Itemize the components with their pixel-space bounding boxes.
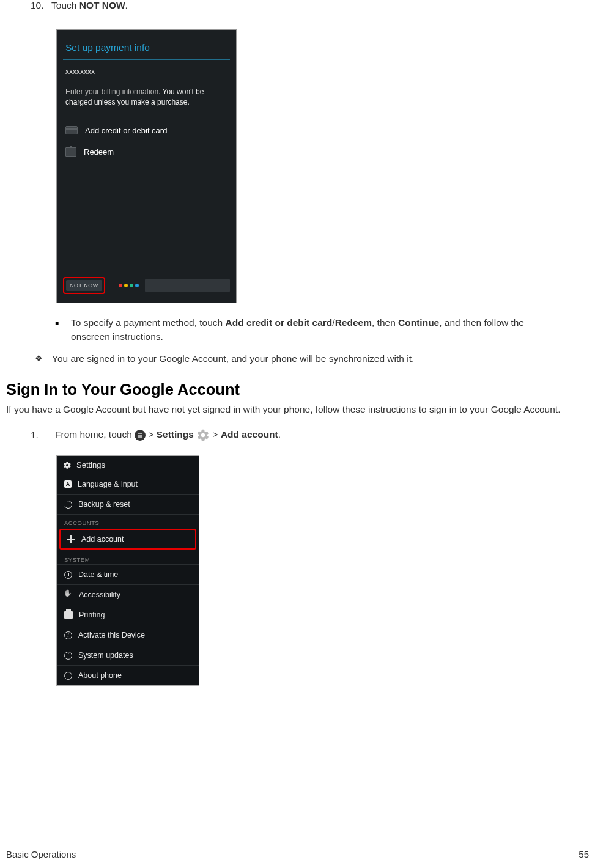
row-printing: Printing: [57, 605, 199, 625]
page-footer: Basic Operations 55: [6, 849, 589, 859]
row-add-account: Add account: [61, 530, 195, 548]
sub-bullet: ■ To specify a payment method, touch Add…: [55, 315, 589, 344]
not-now-highlight: NOT NOW: [63, 277, 105, 294]
card-icon: [65, 126, 78, 134]
step-10: 10. Touch NOT NOW.: [31, 0, 589, 11]
info-icon: [64, 652, 72, 660]
add-account-highlight: Add account: [59, 529, 196, 550]
intro-paragraph: If you have a Google Account but have no…: [6, 402, 589, 416]
section-accounts: ACCOUNTS: [57, 514, 199, 528]
step-1: 1. From home, touch > Settings > Add acc…: [31, 428, 589, 442]
plus-icon: [67, 535, 75, 543]
option-redeem: Redeem: [57, 141, 236, 163]
screenshot-title: Set up payment info: [57, 41, 236, 59]
result-text: You are signed in to your Google Account…: [52, 351, 414, 366]
row-backup-reset: Backup & reset: [57, 494, 199, 514]
settings-gear-icon: [196, 428, 210, 442]
step-text-bold: NOT NOW: [79, 0, 125, 10]
gear-icon: [63, 461, 72, 469]
row-date-time: Date & time: [57, 564, 199, 584]
info-icon: [64, 631, 72, 639]
settings-header: Settings: [57, 456, 199, 474]
svg-point-7: [139, 436, 141, 438]
section-system: SYSTEM: [57, 551, 199, 564]
not-now-button: NOT NOW: [66, 280, 102, 291]
step-number: 1.: [31, 430, 49, 441]
row-accessibility: Accessibility: [57, 584, 199, 605]
step-text-prefix: Touch: [51, 0, 79, 10]
screenshot-account: xxxxxxxx: [57, 66, 236, 87]
svg-point-5: [141, 435, 142, 436]
sub-bullet-text: To specify a payment method, touch Add c…: [71, 315, 564, 344]
section-heading: Sign In to Your Google Account: [6, 381, 589, 399]
apps-icon: [135, 430, 146, 441]
svg-point-3: [138, 435, 139, 436]
screenshot-payment-info: Set up payment info xxxxxxxx Enter your …: [56, 29, 237, 303]
screenshot-bottom-bar: NOT NOW: [63, 277, 230, 294]
header-label: Settings: [76, 460, 105, 469]
printer-icon: [64, 611, 73, 619]
row-system-updates: System updates: [57, 645, 199, 665]
divider: [63, 59, 230, 60]
svg-point-4: [139, 435, 141, 436]
gift-icon: [65, 147, 76, 157]
hand-icon: [64, 591, 73, 598]
step-text: From home, touch > Settings > Add accoun…: [55, 428, 281, 442]
restore-icon: [63, 499, 74, 510]
row-activate-device: Activate this Device: [57, 625, 199, 645]
footer-section: Basic Operations: [6, 849, 76, 859]
result-bullet: ❖ You are signed in to your Google Accou…: [35, 351, 589, 366]
svg-point-0: [138, 433, 139, 434]
svg-point-8: [141, 436, 142, 438]
row-about-phone: About phone: [57, 665, 199, 685]
step-number: 10.: [31, 0, 49, 11]
option-label: Add credit or debit card: [85, 126, 167, 135]
step-text-suffix: .: [125, 0, 128, 10]
square-bullet-icon: ■: [55, 318, 59, 328]
row-language-input: A Language & input: [57, 474, 199, 494]
svg-point-2: [141, 433, 142, 434]
keyboard-icon: A: [64, 480, 72, 488]
continue-disabled: [145, 279, 230, 292]
clock-icon: [64, 571, 72, 579]
option-add-card: Add credit or debit card: [57, 120, 236, 141]
diamond-bullet-icon: ❖: [35, 352, 43, 365]
footer-page-number: 55: [578, 849, 589, 859]
svg-point-1: [139, 433, 141, 434]
info-icon: [64, 672, 72, 680]
svg-point-6: [138, 436, 139, 438]
screenshot-settings: Settings A Language & input Backup & res…: [56, 455, 199, 686]
screenshot-description: Enter your billing information. You won'…: [57, 87, 236, 120]
google-logo-icon: [119, 284, 139, 287]
option-label: Redeem: [84, 147, 114, 156]
